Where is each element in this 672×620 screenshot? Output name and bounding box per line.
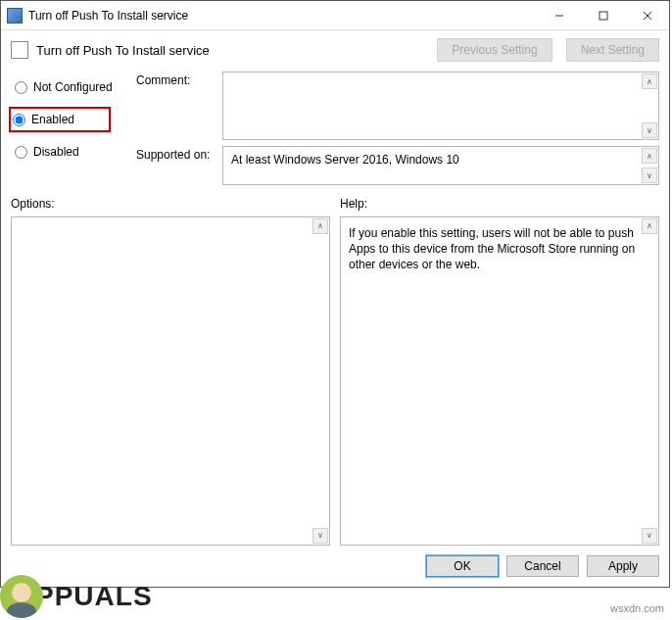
help-label: Help: — [340, 197, 659, 211]
previous-setting-button[interactable]: Previous Setting — [437, 38, 552, 62]
watermark-site: wsxdn.com — [610, 602, 664, 614]
radio-not-configured-label: Not Configured — [33, 80, 113, 94]
header: Turn off Push To Install service Previou… — [1, 30, 669, 72]
scroll-down-icon[interactable]: ∨ — [312, 528, 328, 544]
minimize-button[interactable] — [537, 1, 581, 29]
titlebar: Turn off Push To Install service — [1, 1, 669, 30]
state-radios: Not Configured Enabled Disabled — [11, 72, 119, 185]
policy-icon — [11, 41, 28, 59]
close-button[interactable] — [625, 1, 669, 29]
radio-not-configured-input[interactable] — [15, 81, 27, 94]
watermark-brand: PPUALS — [0, 575, 153, 618]
comment-row: Comment: ∧ ∨ — [136, 72, 659, 140]
ok-button[interactable]: OK — [426, 555, 499, 577]
radio-disabled[interactable]: Disabled — [11, 142, 119, 162]
help-text: If you enable this setting, users will n… — [349, 226, 635, 271]
upper-content: Not Configured Enabled Disabled Comment:… — [1, 72, 669, 185]
window-controls — [537, 1, 669, 29]
scroll-up-icon[interactable]: ∧ — [642, 218, 657, 234]
supported-row: Supported on: At least Windows Server 20… — [136, 146, 659, 185]
options-label: Options: — [11, 197, 330, 211]
help-panel[interactable]: If you enable this setting, users will n… — [340, 216, 659, 546]
radio-disabled-input[interactable] — [15, 146, 27, 159]
svg-rect-1 — [600, 12, 607, 20]
policy-title: Turn off Push To Install service — [36, 43, 423, 58]
maximize-button[interactable] — [581, 1, 625, 29]
options-panel[interactable]: ∧ ∨ — [11, 216, 330, 546]
radio-enabled[interactable]: Enabled — [9, 107, 111, 132]
watermark-brand-text: PPUALS — [35, 581, 153, 612]
radio-enabled-input[interactable] — [13, 114, 25, 126]
radio-disabled-label: Disabled — [33, 145, 79, 159]
section-labels: Options: Help: — [1, 185, 669, 215]
comment-textarea[interactable]: ∧ ∨ — [222, 72, 659, 140]
comment-label: Comment: — [136, 72, 215, 140]
scroll-down-icon[interactable]: ∨ — [642, 122, 657, 138]
setting-icon — [7, 8, 23, 24]
scroll-down-icon[interactable]: ∨ — [642, 167, 657, 183]
scroll-down-icon[interactable]: ∨ — [642, 528, 657, 544]
cancel-button[interactable]: Cancel — [506, 555, 579, 577]
scroll-up-icon[interactable]: ∧ — [312, 218, 328, 234]
supported-value: At least Windows Server 2016, Windows 10 — [231, 153, 459, 167]
next-setting-button[interactable]: Next Setting — [566, 38, 659, 62]
window-title: Turn off Push To Install service — [28, 9, 537, 23]
scroll-up-icon[interactable]: ∧ — [642, 148, 657, 164]
lower-panels: ∧ ∨ If you enable this setting, users wi… — [1, 215, 669, 546]
supported-textarea: At least Windows Server 2016, Windows 10… — [222, 146, 659, 185]
supported-label: Supported on: — [136, 146, 215, 185]
scroll-up-icon[interactable]: ∧ — [642, 73, 657, 89]
radio-not-configured[interactable]: Not Configured — [11, 77, 119, 97]
gpedit-dialog: Turn off Push To Install service Turn of… — [0, 0, 670, 588]
fields-column: Comment: ∧ ∨ Supported on: At least Wind… — [136, 72, 659, 185]
avatar-icon — [0, 575, 43, 618]
radio-enabled-label: Enabled — [31, 113, 74, 126]
apply-button[interactable]: Apply — [587, 555, 659, 577]
